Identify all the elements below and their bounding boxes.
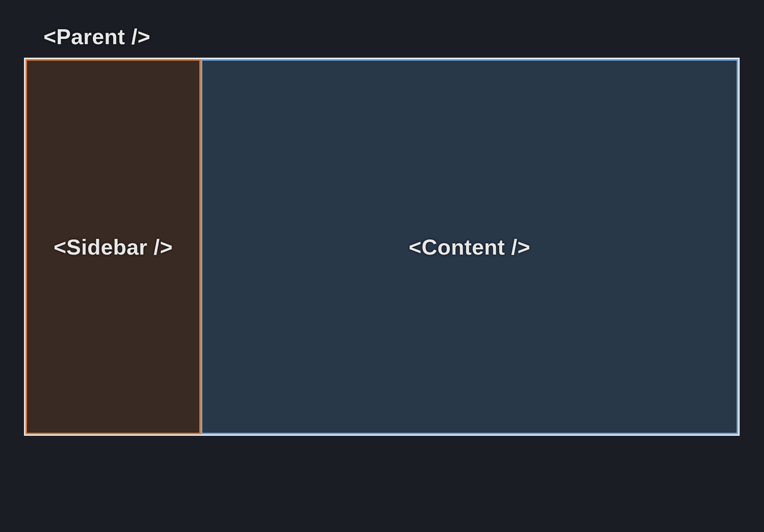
sidebar-component-label: <Sidebar /> xyxy=(54,234,173,259)
content-component-label: <Content /> xyxy=(409,234,531,259)
parent-component-box: <Sidebar /> <Content /> xyxy=(24,58,740,436)
sidebar-component-box: <Sidebar /> xyxy=(25,59,201,434)
content-component-box: <Content /> xyxy=(201,59,738,434)
parent-component-label: <Parent /> xyxy=(43,24,150,49)
diagram-canvas: <Parent /> <Sidebar /> <Content /> xyxy=(0,0,764,532)
